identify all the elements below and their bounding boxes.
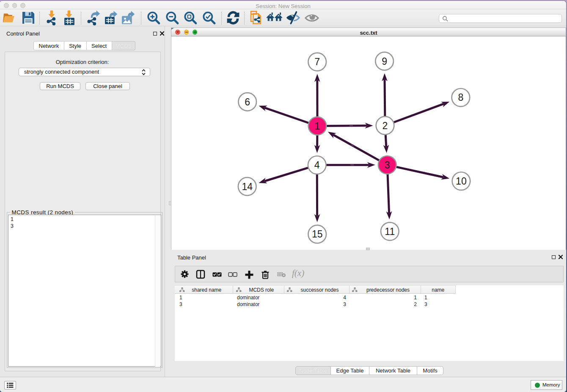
svg-text:15: 15 [312,229,323,240]
svg-text:1: 1 [315,121,320,132]
svg-text:8: 8 [458,92,464,103]
svg-text:14: 14 [242,181,253,192]
svg-text:3: 3 [385,160,390,171]
svg-text:9: 9 [382,56,387,67]
svg-text:6: 6 [245,97,250,108]
svg-text:7: 7 [314,56,320,67]
svg-text:11: 11 [385,226,395,237]
svg-text:2: 2 [383,120,388,131]
svg-text:4: 4 [314,160,320,171]
svg-text:10: 10 [456,176,467,187]
